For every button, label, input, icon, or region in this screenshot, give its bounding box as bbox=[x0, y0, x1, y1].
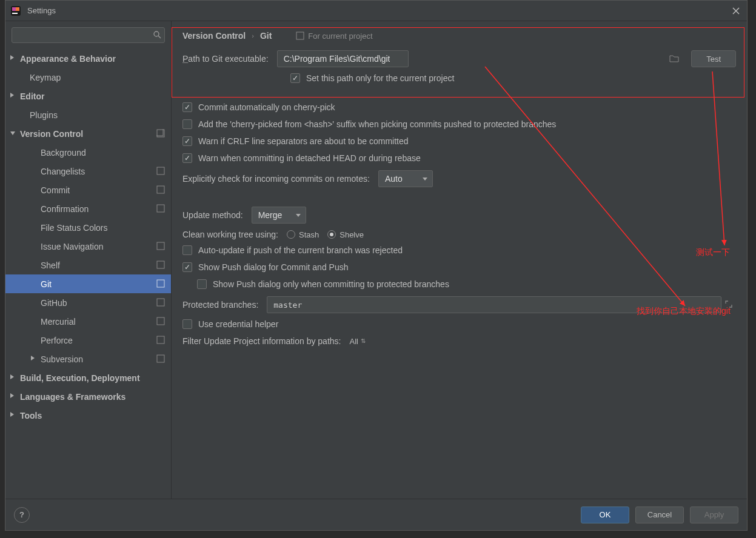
radio-shelve[interactable] bbox=[327, 230, 336, 239]
svg-rect-12 bbox=[157, 261, 164, 268]
checkbox-commit-auto-cherry[interactable] bbox=[182, 102, 192, 112]
explicit-check-combo[interactable]: Auto bbox=[378, 170, 433, 187]
svg-rect-13 bbox=[157, 280, 164, 287]
project-scope-icon bbox=[156, 298, 165, 308]
checkbox-label: Set this path only for the current proje… bbox=[306, 73, 454, 83]
checkbox-label: Warn if CRLF line separators are about t… bbox=[198, 136, 409, 146]
breadcrumb-leaf: Git bbox=[260, 31, 272, 41]
svg-line-5 bbox=[158, 36, 161, 38]
tree-plugins[interactable]: Plugins bbox=[5, 105, 171, 124]
tree-subversion[interactable]: Subversion bbox=[5, 350, 171, 368]
tree-perforce[interactable]: Perforce bbox=[5, 331, 171, 350]
path-label: Path to Git executable: bbox=[182, 54, 269, 64]
project-scope-icon bbox=[156, 354, 165, 365]
filter-update-link[interactable]: All ⇅ bbox=[349, 337, 365, 346]
svg-rect-17 bbox=[157, 355, 164, 362]
search-input[interactable] bbox=[12, 27, 165, 43]
tree-appearance[interactable]: Appearance & Behavior bbox=[5, 49, 171, 68]
update-method-label: Update method: bbox=[182, 210, 243, 220]
test-button[interactable]: Test bbox=[691, 50, 736, 67]
git-path-input[interactable] bbox=[277, 50, 409, 67]
svg-rect-18 bbox=[296, 32, 304, 39]
sort-icon: ⇅ bbox=[361, 338, 366, 344]
tree-editor[interactable]: Editor bbox=[5, 87, 171, 105]
project-scope-icon bbox=[156, 317, 165, 327]
explicit-check-label: Explicitly check for incoming commits on… bbox=[182, 174, 370, 184]
tree-issue-navigation[interactable]: Issue Navigation bbox=[5, 237, 171, 256]
svg-rect-7 bbox=[156, 129, 163, 136]
project-scope-icon bbox=[156, 336, 165, 346]
svg-rect-14 bbox=[157, 299, 164, 306]
project-scope-icon bbox=[156, 204, 165, 214]
settings-tree: Appearance & Behavior Keymap Editor Plug… bbox=[5, 47, 171, 499]
project-scope-icon bbox=[156, 279, 165, 290]
tree-git[interactable]: Git bbox=[5, 274, 171, 293]
settings-content-panel: Version Control › Git For current projec… bbox=[172, 21, 747, 499]
svg-rect-15 bbox=[157, 317, 164, 325]
tree-shelf[interactable]: Shelf bbox=[5, 256, 171, 274]
protected-branches-input[interactable] bbox=[267, 296, 721, 313]
help-button[interactable]: ? bbox=[14, 507, 30, 523]
update-method-combo[interactable]: Merge bbox=[252, 207, 306, 224]
checkbox-show-push-dialog[interactable] bbox=[182, 262, 192, 272]
checkbox-credential-helper[interactable] bbox=[182, 319, 192, 329]
checkbox-warn-detached[interactable] bbox=[182, 153, 192, 163]
checkbox-label: Use credential helper bbox=[198, 319, 278, 329]
svg-rect-9 bbox=[157, 186, 164, 193]
chevron-right-icon: › bbox=[252, 32, 254, 39]
checkbox-add-cherry-suffix[interactable] bbox=[182, 119, 192, 129]
settings-tree-panel: Appearance & Behavior Keymap Editor Plug… bbox=[5, 21, 172, 499]
breadcrumb-root[interactable]: Version Control bbox=[182, 31, 246, 41]
settings-dialog: Settings Appearance & Behavior Keymap Ed… bbox=[5, 0, 748, 531]
tree-mercurial[interactable]: Mercurial bbox=[5, 312, 171, 331]
checkbox-warn-crlf[interactable] bbox=[182, 136, 192, 146]
tree-background[interactable]: Background bbox=[5, 143, 171, 162]
tree-commit[interactable]: Commit bbox=[5, 181, 171, 199]
clean-tree-label: Clean working tree using: bbox=[182, 230, 278, 239]
breadcrumb: Version Control › Git For current projec… bbox=[172, 21, 747, 47]
project-scope-icon bbox=[156, 129, 165, 139]
tree-github[interactable]: GitHub bbox=[5, 293, 171, 312]
tree-build[interactable]: Build, Execution, Deployment bbox=[5, 368, 171, 387]
checkbox-auto-update-push[interactable] bbox=[182, 245, 192, 255]
tree-keymap[interactable]: Keymap bbox=[5, 68, 171, 87]
checkbox-label: Show Push dialog for Commit and Push bbox=[198, 262, 348, 272]
cancel-button[interactable]: Cancel bbox=[635, 506, 684, 523]
svg-rect-2 bbox=[16, 7, 19, 11]
tree-tools[interactable]: Tools bbox=[5, 406, 171, 425]
project-scope-label: For current project bbox=[296, 32, 372, 41]
checkbox-set-path-project[interactable] bbox=[290, 73, 300, 83]
tree-file-status-colors[interactable]: File Status Colors bbox=[5, 218, 171, 237]
svg-point-4 bbox=[154, 32, 159, 36]
svg-rect-3 bbox=[12, 13, 18, 14]
tree-version-control[interactable]: Version Control bbox=[5, 124, 171, 143]
ok-button[interactable]: OK bbox=[581, 506, 629, 523]
tree-languages[interactable]: Languages & Frameworks bbox=[5, 387, 171, 406]
svg-rect-8 bbox=[157, 167, 164, 174]
project-scope-icon bbox=[156, 242, 165, 252]
window-title: Settings bbox=[27, 6, 730, 15]
protected-branches-label: Protected branches: bbox=[182, 300, 258, 310]
dialog-footer: ? OK Cancel Apply bbox=[5, 499, 747, 530]
checkbox-show-push-protected[interactable] bbox=[197, 279, 207, 289]
app-logo-icon bbox=[10, 5, 21, 16]
tree-changelists[interactable]: Changelists bbox=[5, 162, 171, 181]
tree-confirmation[interactable]: Confirmation bbox=[5, 199, 171, 218]
close-icon[interactable] bbox=[730, 5, 742, 17]
svg-rect-11 bbox=[157, 242, 164, 250]
folder-browse-icon[interactable] bbox=[669, 54, 679, 64]
checkbox-label: Auto-update if push of the current branc… bbox=[198, 245, 403, 255]
svg-rect-16 bbox=[157, 336, 164, 344]
expand-icon[interactable] bbox=[721, 301, 736, 310]
project-scope-icon bbox=[156, 167, 165, 177]
filter-update-label: Filter Update Project information by pat… bbox=[182, 336, 341, 346]
radio-stash-label: Stash bbox=[299, 230, 319, 239]
apply-button[interactable]: Apply bbox=[690, 506, 738, 523]
project-scope-icon bbox=[156, 185, 165, 196]
checkbox-label: Add the 'cherry-picked from <hash>' suff… bbox=[198, 119, 556, 129]
checkbox-label: Commit automatically on cherry-pick bbox=[198, 102, 335, 112]
radio-shelve-label: Shelve bbox=[340, 230, 364, 239]
project-scope-icon bbox=[156, 261, 165, 271]
radio-stash[interactable] bbox=[287, 230, 295, 239]
checkbox-label: Show Push dialog only when committing to… bbox=[213, 279, 449, 289]
